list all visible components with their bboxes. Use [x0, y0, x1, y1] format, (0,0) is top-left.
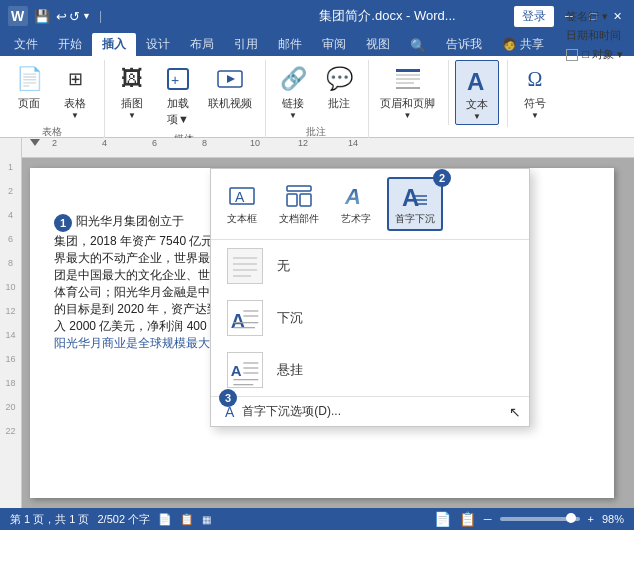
- arttext-label: 艺术字: [341, 212, 371, 226]
- addins-icon: +: [162, 63, 194, 95]
- sidebar-num-1: 1: [8, 162, 13, 172]
- symbol-arrow: ▼: [531, 111, 539, 120]
- link-button[interactable]: 🔗 链接 ▼: [272, 60, 314, 123]
- save-icon[interactable]: 💾: [32, 6, 52, 26]
- table-button[interactable]: ⊞ 表格 ▼: [54, 60, 96, 123]
- header-button[interactable]: 页眉和页脚 ▼: [375, 60, 440, 123]
- table-label: 表格: [64, 96, 86, 111]
- ruler-4: 4: [102, 138, 107, 148]
- header-arrow: ▼: [404, 111, 412, 120]
- sidebar-num-4: 4: [8, 210, 13, 220]
- status-words: 2/502 个字: [97, 512, 150, 527]
- badge-2: 2: [433, 169, 451, 187]
- none-item[interactable]: 无: [211, 240, 529, 292]
- sidebar-num-6: 6: [8, 234, 13, 244]
- date-time-button[interactable]: 日期和时间: [563, 27, 626, 44]
- tab-file[interactable]: 文件: [4, 33, 48, 56]
- redo-button[interactable]: ↺: [69, 9, 80, 24]
- tab-search[interactable]: 🔍: [400, 35, 436, 56]
- drop-icon: A: [225, 300, 265, 336]
- header-icon: [392, 63, 424, 95]
- tab-mail[interactable]: 邮件: [268, 33, 312, 56]
- zoom-slider[interactable]: [500, 517, 580, 521]
- dropcap-icon: A: [401, 182, 429, 212]
- tab-share[interactable]: 🧑 共享: [492, 33, 554, 56]
- ribbon-toolbar: 📄 页面 ⊞ 表格 ▼ 表格 🖼 插图 ▼ +: [0, 56, 634, 138]
- group-symbol-items: Ω 符号 ▼: [514, 60, 556, 123]
- sidebar-num-16: 16: [5, 354, 15, 364]
- tab-view[interactable]: 视图: [356, 33, 400, 56]
- login-button[interactable]: 登录: [514, 6, 554, 27]
- hang-preview: A: [227, 352, 263, 388]
- window-title: 集团简介.docx - Word...: [261, 7, 514, 25]
- sidebar-num-18: 18: [5, 378, 15, 388]
- group-links: 🔗 链接 ▼ 💬 批注 批注: [272, 60, 369, 139]
- svg-text:A: A: [402, 184, 419, 210]
- hang-text: 悬挂: [277, 361, 515, 379]
- undo-button[interactable]: ↩: [56, 9, 67, 24]
- svg-text:+: +: [171, 72, 179, 88]
- sidebar-num-8: 8: [8, 258, 13, 268]
- tab-start[interactable]: 开始: [48, 33, 92, 56]
- undo-redo-group: ↩ ↺ ▼: [56, 9, 91, 24]
- tab-layout[interactable]: 布局: [180, 33, 224, 56]
- quick-access-arrow[interactable]: ▼: [82, 11, 91, 21]
- media-icon: [214, 63, 246, 95]
- group-illustrations: 🖼 插图 ▼ + 加载 项▼: [111, 60, 266, 146]
- page-button[interactable]: 📄 页面: [8, 60, 50, 114]
- tab-review[interactable]: 审阅: [312, 33, 356, 56]
- ruler-side: [0, 138, 22, 158]
- svg-rect-10: [396, 87, 420, 89]
- comment-button[interactable]: 💬 批注: [318, 60, 360, 114]
- footer-label: 首字下沉选项(D)...: [242, 403, 341, 420]
- hang-item[interactable]: A 悬挂: [211, 344, 529, 396]
- drop-preview: A: [227, 300, 263, 336]
- tab-tellme[interactable]: 告诉我: [436, 33, 492, 56]
- page-label: 页面: [18, 96, 40, 111]
- sidebar-num-12: 12: [5, 306, 15, 316]
- status-right: 📄 📋 ─ + 98%: [434, 511, 624, 527]
- ruler-2: 2: [52, 138, 57, 148]
- view-mode-3[interactable]: ─: [484, 513, 492, 525]
- text-button[interactable]: A 文本 ▼: [455, 60, 499, 125]
- sign-line-label: 签名行 ▾: [566, 9, 608, 24]
- dropcap-options-footer[interactable]: A 首字下沉选项(D)... 3 ↖: [211, 396, 529, 426]
- textbox-icon: A: [228, 182, 256, 212]
- media-button[interactable]: 联机视频: [203, 60, 257, 114]
- picture-label: 插图: [121, 96, 143, 111]
- tab-design[interactable]: 设计: [136, 33, 180, 56]
- svg-text:A: A: [231, 362, 242, 379]
- object-button[interactable]: □ 对象 ▾: [563, 46, 626, 63]
- arttext-icon: A: [342, 182, 370, 212]
- dropcap-label: 首字下沉: [395, 212, 435, 226]
- group-links-label: 批注: [306, 123, 326, 139]
- svg-marker-5: [227, 75, 235, 83]
- tab-insert[interactable]: 插入: [92, 33, 136, 56]
- docparts-option[interactable]: 文档部件: [273, 179, 325, 229]
- none-preview: [227, 248, 263, 284]
- ruler-12: 12: [298, 138, 308, 148]
- picture-button[interactable]: 🖼 插图 ▼: [111, 60, 153, 123]
- picture-icon: 🖼: [116, 63, 148, 95]
- drop-item[interactable]: A 下沉: [211, 292, 529, 344]
- view-mode-2[interactable]: 📋: [459, 511, 476, 527]
- zoom-plus[interactable]: +: [588, 513, 594, 525]
- cursor-indicator: ↖: [509, 404, 521, 420]
- sign-line-button[interactable]: 签名行 ▾: [563, 8, 626, 25]
- dropcap-option[interactable]: A 首字下沉: [387, 177, 443, 231]
- svg-rect-6: [396, 69, 420, 72]
- page-icon: 📄: [13, 63, 45, 95]
- status-doc-icon2: 📋: [180, 513, 194, 526]
- none-text: 无: [277, 257, 515, 275]
- addins-button[interactable]: + 加载 项▼: [157, 60, 199, 130]
- textbox-option[interactable]: A 文本框: [221, 179, 263, 229]
- tab-ref[interactable]: 引用: [224, 33, 268, 56]
- group-illustrations-items: 🖼 插图 ▼ + 加载 项▼: [111, 60, 257, 130]
- doc-page: 阳 1 阳光华月集团创立于 集团，2018 年资产 7540 亿元，收入 320…: [30, 168, 614, 498]
- addins-label: 加载: [167, 96, 189, 111]
- arttext-option[interactable]: A 艺术字: [335, 179, 377, 229]
- symbol-button[interactable]: Ω 符号 ▼: [514, 60, 556, 123]
- view-mode-1[interactable]: 📄: [434, 511, 451, 527]
- doc-line-0: 阳光华月集团创立于: [76, 213, 184, 230]
- group-pages-label: 表格: [42, 123, 62, 139]
